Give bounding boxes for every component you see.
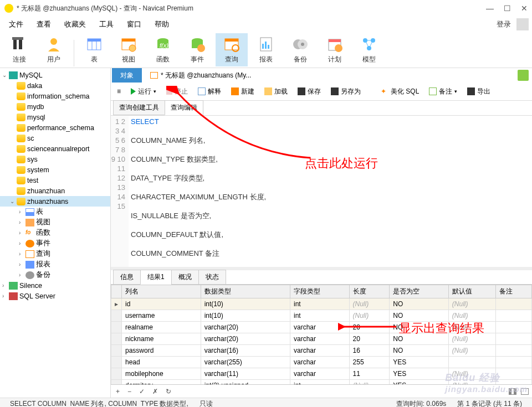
menu-favorites[interactable]: 收藏夹 — [59, 18, 91, 32]
minimize-button[interactable]: — — [486, 4, 494, 13]
grid-cell[interactable]: varchar — [290, 322, 350, 333]
grid-cell[interactable] — [496, 322, 532, 333]
grid-mode-icon[interactable] — [509, 388, 516, 395]
grid-cell[interactable]: int — [290, 310, 350, 322]
result-tab-3[interactable]: 状态 — [198, 270, 226, 285]
column-header[interactable]: 长度 — [349, 285, 390, 298]
grid-cell[interactable]: dormitory — [122, 380, 201, 385]
saveas-button[interactable]: 另存为 — [328, 85, 364, 98]
grid-cell[interactable] — [496, 345, 532, 357]
tree-node[interactable]: ›视图 — [0, 217, 110, 228]
grid-cell[interactable]: id — [122, 298, 201, 310]
tree-node[interactable]: mydb — [0, 101, 110, 112]
tool-backup[interactable]: 备份 — [284, 33, 316, 66]
tree-node[interactable]: sc — [0, 133, 110, 143]
grid-cell[interactable] — [496, 368, 532, 380]
grid-cell[interactable]: NO — [390, 310, 449, 322]
tree-node[interactable]: ›报表 — [0, 259, 110, 270]
tree-node[interactable]: ›查询 — [0, 249, 110, 259]
grid-cell[interactable]: (Null) — [448, 380, 496, 385]
grid-cell[interactable]: varchar(255) — [201, 357, 290, 368]
maximize-button[interactable]: ☐ — [504, 4, 511, 13]
grid-cell[interactable]: varchar — [290, 368, 350, 380]
grid-cell[interactable]: (Null) — [349, 310, 390, 322]
column-header[interactable]: 是否为空 — [390, 285, 449, 298]
column-header[interactable]: 字段类型 — [290, 285, 350, 298]
tree-node[interactable]: ›表 — [0, 207, 110, 217]
tool-table[interactable]: 表 — [78, 33, 110, 66]
grid-cell[interactable]: realname — [122, 322, 201, 333]
grid-cell[interactable]: 11 — [349, 368, 390, 380]
grid-cell[interactable]: NO — [390, 298, 449, 310]
grid-cell[interactable]: (Null) — [448, 345, 496, 357]
grid-cell[interactable]: varchar — [290, 345, 350, 357]
grid-cell[interactable] — [496, 380, 532, 385]
grid-cell[interactable]: (Null) — [448, 322, 496, 333]
grid-cell[interactable]: 16 — [349, 345, 390, 357]
result-grid[interactable]: 列名数据类型字段类型长度是否为空默认值备注▸idint(10)int(Null)… — [111, 285, 532, 384]
tree-node[interactable]: ›备份 — [0, 270, 110, 280]
grid-cell[interactable]: 255 — [349, 357, 390, 368]
tree-node[interactable]: test — [0, 175, 110, 186]
result-tab-1[interactable]: 结果1 — [140, 270, 172, 285]
remark-button[interactable]: 备注▾ — [426, 85, 460, 98]
grid-cell[interactable]: YES — [390, 380, 449, 385]
stop-button[interactable]: 停止 — [163, 85, 191, 98]
add-row-button[interactable]: + — [114, 388, 121, 395]
commit-button[interactable]: ✓ — [137, 388, 146, 395]
grid-cell[interactable]: head — [122, 357, 201, 368]
grid-cell[interactable]: YES — [390, 357, 449, 368]
tree-node[interactable]: ⌄MySQL — [0, 70, 110, 80]
tree-node[interactable]: ›事件 — [0, 238, 110, 249]
grid-cell[interactable]: NO — [390, 345, 449, 357]
connection-tree[interactable]: ⌄MySQLdakainformation_schemamydbmysqlper… — [0, 68, 111, 398]
tool-schedule[interactable]: 计划 — [319, 33, 351, 66]
tree-node[interactable]: performance_schema — [0, 122, 110, 133]
tree-node[interactable]: ⌄zhuanzhuans — [0, 196, 110, 207]
grid-cell[interactable]: int — [290, 380, 350, 385]
tree-node[interactable]: zhuanzhuan — [0, 186, 110, 196]
load-button[interactable]: 加载 — [262, 85, 290, 98]
tab-query-doc[interactable]: * 无标题 @zhuanzhuans (My... — [142, 68, 259, 83]
grid-cell[interactable]: (Null) — [349, 298, 390, 310]
tree-node[interactable]: scienceannualreport — [0, 143, 110, 154]
new-button[interactable]: 新建 — [228, 85, 257, 98]
grid-cell[interactable]: varchar(20) — [201, 333, 290, 345]
grid-cell[interactable] — [448, 357, 496, 368]
tree-node[interactable]: ›SQL Server — [0, 291, 110, 301]
grid-cell[interactable]: int — [290, 298, 350, 310]
menu-file[interactable]: 文件 — [3, 18, 29, 32]
tool-report[interactable]: 报表 — [250, 33, 282, 66]
tool-function[interactable]: f(x)函数 — [147, 33, 179, 66]
grid-cell[interactable]: varchar(20) — [201, 322, 290, 333]
column-header[interactable]: 数据类型 — [201, 285, 290, 298]
form-mode-icon[interactable] — [521, 388, 529, 395]
grid-cell[interactable]: NO — [390, 322, 449, 333]
grid-cell[interactable] — [496, 298, 532, 310]
subtab-editor[interactable]: 查询编辑 — [165, 100, 203, 115]
tree-node[interactable]: ›Silence — [0, 280, 110, 291]
tab-objects[interactable]: 对象 — [112, 68, 142, 83]
run-button[interactable]: 运行▾ — [128, 85, 159, 98]
add-tab-button[interactable] — [518, 70, 529, 81]
column-header[interactable]: 默认值 — [448, 285, 496, 298]
tree-node[interactable]: system — [0, 164, 110, 175]
grid-cell[interactable]: varchar — [290, 357, 350, 368]
tree-node[interactable]: sys — [0, 154, 110, 164]
grid-cell[interactable]: varchar(11) — [201, 368, 290, 380]
grid-cell[interactable]: 20 — [349, 322, 390, 333]
sql-editor[interactable]: 1 2 3 4 5 6 7 8 9 10 11 12 13 14 15 SELE… — [111, 115, 532, 267]
tree-node[interactable]: mysql — [0, 112, 110, 122]
explain-button[interactable]: 解释 — [195, 85, 224, 98]
export-button[interactable]: 导出 — [464, 85, 493, 98]
refresh-button[interactable]: ↻ — [164, 388, 173, 395]
column-header[interactable]: 备注 — [496, 285, 532, 298]
tool-model[interactable]: 模型 — [353, 33, 385, 66]
grid-cell[interactable] — [496, 310, 532, 322]
grid-cell[interactable]: varchar — [290, 333, 350, 345]
menu-toggle-button[interactable]: ≡ — [114, 86, 124, 97]
grid-cell[interactable]: mobilephone — [122, 368, 201, 380]
tool-query[interactable]: 查询 — [216, 33, 248, 66]
tree-node[interactable]: ›fo函数 — [0, 228, 110, 238]
tool-event[interactable]: 事件 — [181, 33, 213, 66]
